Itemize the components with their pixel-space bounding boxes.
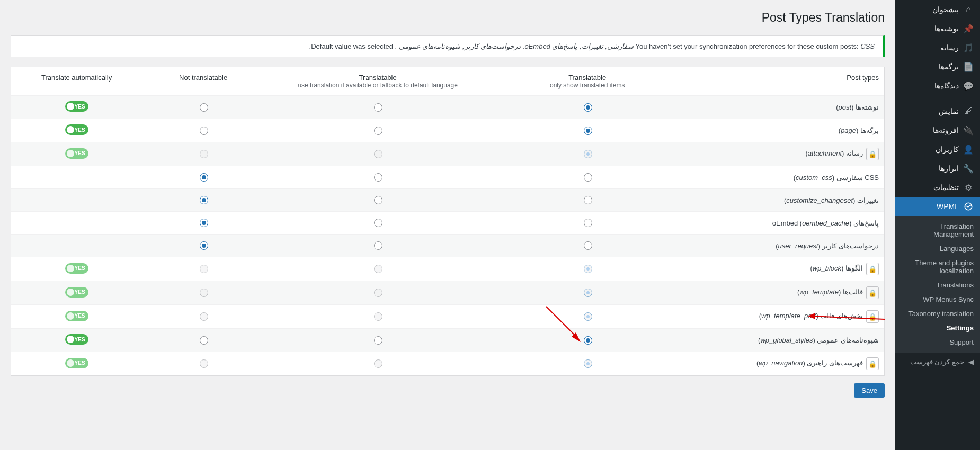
- save-button[interactable]: Save: [854, 383, 885, 398]
- radio-fallback[interactable]: [374, 173, 382, 182]
- sidebar-item-label: کاربران: [936, 145, 959, 154]
- radio-not[interactable]: [200, 219, 208, 227]
- sidebar-item-appearance[interactable]: 🖌 نمایش: [895, 102, 980, 121]
- submenu-item[interactable]: Theme and plugins localization: [895, 256, 980, 278]
- post-type-name: 🔒بخش‌های قالب (wp_template_part): [683, 305, 884, 329]
- post-type-name: نوشته‌ها (post): [683, 96, 884, 119]
- radio-translatable[interactable]: [584, 241, 592, 250]
- auto-translate-toggle[interactable]: YES: [65, 124, 88, 135]
- radio-translatable: [584, 312, 592, 321]
- radio-not[interactable]: [200, 241, 208, 250]
- sidebar-item-page[interactable]: 📄 برگه‌ها: [895, 57, 980, 76]
- post-type-name: 🔒قالب‌ها (wp_template): [683, 281, 884, 305]
- collapse-icon: ◀: [968, 358, 974, 366]
- main-content: Post Types Translation You haven't set y…: [0, 0, 895, 450]
- radio-not[interactable]: [200, 173, 208, 182]
- table-row: 🔒قالب‌ها (wp_template) YES: [11, 281, 884, 305]
- radio-fallback[interactable]: [374, 219, 382, 227]
- sidebar-item-dashboard[interactable]: ⌂ پیشخوان: [895, 0, 980, 19]
- page-title: Post Types Translation: [11, 11, 885, 25]
- sidebar-item-comment[interactable]: 💬 دیدگاه‌ها: [895, 76, 980, 95]
- radio-translatable[interactable]: [584, 336, 592, 345]
- radio-translatable[interactable]: [584, 196, 592, 204]
- radio-fallback[interactable]: [374, 196, 382, 204]
- post-types-panel: Post types Translatable only show transl…: [11, 67, 885, 376]
- submenu-item[interactable]: Taxonomy translation: [895, 307, 980, 321]
- table-row: 🔒الگوها (wp_block) YES: [11, 257, 884, 281]
- lock-icon: 🔒: [866, 148, 879, 160]
- sidebar-item-label: پیشخوان: [932, 5, 959, 14]
- radio-not: [200, 312, 208, 321]
- radio-translatable[interactable]: [584, 173, 592, 182]
- radio-fallback[interactable]: [374, 336, 382, 345]
- radio-fallback[interactable]: [374, 127, 382, 135]
- auto-translate-toggle: YES: [65, 287, 88, 298]
- radio-fallback[interactable]: [374, 241, 382, 250]
- radio-translatable[interactable]: [584, 103, 592, 112]
- post-type-name: تغییرات (customize_changeset): [683, 189, 884, 212]
- post-type-name: پاسخ‌های oEmbed (oembed_cache): [683, 212, 884, 235]
- submenu-item[interactable]: WP Menus Sync: [895, 292, 980, 307]
- radio-translatable: [584, 265, 592, 273]
- auto-translate-toggle: YES: [65, 358, 88, 368]
- radio-translatable[interactable]: [584, 127, 592, 135]
- submenu-item[interactable]: Translation Management: [895, 219, 980, 241]
- radio-fallback: [374, 150, 382, 158]
- notice-post: . Default value was selected.: [309, 42, 397, 50]
- post-type-name: 🔒الگوها (wp_block): [683, 257, 884, 281]
- sidebar-item-wpml[interactable]: WPML: [895, 197, 980, 216]
- table-row: شیوه‌نامه‌های عمومی (wp_global_styles) Y…: [11, 329, 884, 352]
- radio-not[interactable]: [200, 127, 208, 135]
- appearance-icon: 🖌: [963, 106, 974, 116]
- radio-fallback: [374, 312, 382, 321]
- lock-icon: 🔒: [866, 286, 879, 299]
- radio-translatable: [584, 359, 592, 368]
- notice-pre: You haven't set your synchronization pre…: [636, 42, 859, 50]
- sidebar-item-label: افزونه‌ها: [933, 126, 959, 134]
- sidebar-item-label: برگه‌ها: [939, 62, 959, 71]
- table-row: پاسخ‌های oEmbed (oembed_cache): [11, 212, 884, 235]
- annotation-arrow-radio: [541, 304, 583, 346]
- radio-fallback[interactable]: [374, 103, 382, 112]
- settings-icon: ⚙: [963, 182, 974, 193]
- radio-not[interactable]: [200, 336, 208, 345]
- sidebar-item-plugin[interactable]: 🔌 افزونه‌ها: [895, 121, 980, 140]
- sidebar-item-media[interactable]: 🎵 رسانه: [895, 38, 980, 57]
- col-translatable: Translatable only show translated items: [491, 67, 683, 96]
- auto-translate-toggle[interactable]: YES: [65, 101, 88, 112]
- sidebar-item-label: دیدگاه‌ها: [934, 82, 959, 90]
- radio-not[interactable]: [200, 196, 208, 204]
- radio-not: [200, 150, 208, 158]
- submenu-item[interactable]: Settings: [895, 321, 980, 335]
- collapse-menu[interactable]: ◀ جمع کردن فهرست: [895, 353, 980, 371]
- radio-not[interactable]: [200, 103, 208, 112]
- post-type-name: برگه‌ها (page): [683, 119, 884, 142]
- table-row: CSS سفارشی (custom_css): [11, 166, 884, 189]
- sidebar-item-label: نمایش: [939, 107, 959, 115]
- radio-not: [200, 289, 208, 297]
- table-row: درخواست‌های کاربر (user_request): [11, 235, 884, 257]
- svg-line-3: [546, 307, 578, 338]
- sidebar-item-settings[interactable]: ⚙ تنظیمات: [895, 178, 980, 197]
- auto-translate-toggle[interactable]: YES: [65, 334, 88, 345]
- radio-translatable: [584, 289, 592, 297]
- table-row: تغییرات (customize_changeset): [11, 189, 884, 212]
- sidebar-item-pin[interactable]: 📌 نوشته‌ها: [895, 19, 980, 38]
- table-row: برگه‌ها (page) YES: [11, 119, 884, 142]
- submenu-item[interactable]: Translations: [895, 278, 980, 292]
- sidebar-item-tools[interactable]: 🔧 ابزارها: [895, 159, 980, 178]
- wpml-submenu: Translation ManagementLanguagesTheme and…: [895, 216, 980, 353]
- sidebar-item-label: ابزارها: [939, 164, 959, 173]
- radio-fallback: [374, 359, 382, 368]
- wpml-icon: [963, 201, 974, 212]
- sidebar-item-user[interactable]: 👤 کاربران: [895, 140, 980, 159]
- radio-not: [200, 265, 208, 273]
- submenu-item[interactable]: Support: [895, 335, 980, 349]
- post-types-table: Post types Translatable only show transl…: [11, 67, 884, 375]
- post-type-name: شیوه‌نامه‌های عمومی (wp_global_styles): [683, 329, 884, 352]
- tools-icon: 🔧: [963, 163, 974, 174]
- radio-translatable[interactable]: [584, 219, 592, 227]
- col-auto-translate: Translate automatically: [11, 67, 142, 96]
- submenu-item[interactable]: Languages: [895, 241, 980, 256]
- radio-not: [200, 359, 208, 368]
